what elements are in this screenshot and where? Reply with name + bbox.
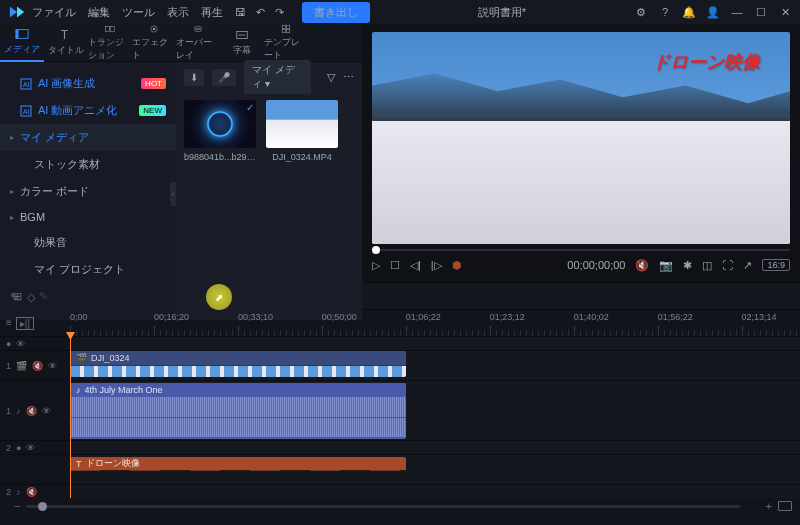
track-lock-icon[interactable]: ♪: [16, 487, 21, 497]
track-mute-icon[interactable]: 🔇: [32, 361, 43, 371]
preview-panel: ドローン映像 ▷ ☐ ◁| |▷ ⬢ 00;00;00;00 🔇 📷 ✱ ◫ ⛶…: [362, 24, 800, 282]
svg-text:T: T: [61, 28, 69, 42]
ruler-tick: 00;16;20: [154, 312, 189, 322]
tab-subtitle[interactable]: 字幕: [220, 24, 264, 62]
cursor-highlight: ⬈: [206, 284, 232, 310]
account-icon[interactable]: 👤: [706, 6, 720, 19]
minimize-icon[interactable]: ―: [730, 6, 744, 18]
import-button[interactable]: ⬇: [184, 69, 204, 86]
menu-tools[interactable]: ツール: [122, 5, 155, 20]
next-frame-icon[interactable]: |▷: [431, 259, 442, 272]
snapshot-icon[interactable]: 📷: [659, 259, 673, 272]
mute-icon[interactable]: 🔇: [635, 259, 649, 272]
notification-icon[interactable]: 🔔: [682, 6, 696, 19]
close-icon[interactable]: ✕: [778, 6, 792, 19]
track-lock-icon[interactable]: ♪: [16, 406, 21, 416]
play-icon[interactable]: ▷: [372, 259, 380, 272]
add-track-icon[interactable]: ⊞: [8, 290, 26, 303]
marker-icon[interactable]: ⬢: [452, 259, 462, 272]
tab-title[interactable]: Tタイトル: [44, 24, 88, 62]
sidebar-my-media[interactable]: マイ メディア: [0, 124, 176, 151]
track-lock-icon[interactable]: 🎬: [16, 361, 27, 371]
aspect-ratio[interactable]: 16:9: [762, 259, 790, 271]
stop-icon[interactable]: ☐: [390, 259, 400, 272]
track-mute-icon[interactable]: 🔇: [26, 487, 37, 497]
undo-icon[interactable]: ↶: [256, 6, 265, 19]
save-icon[interactable]: 🖫: [235, 6, 246, 18]
text-track[interactable]: Tドローン映像: [70, 455, 800, 484]
tab-overlay[interactable]: オーバーレイ: [176, 24, 220, 62]
record-button[interactable]: 🎤: [212, 69, 236, 86]
track-record-icon[interactable]: ●: [16, 443, 21, 453]
quality-icon[interactable]: ✱: [683, 259, 692, 272]
tab-media[interactable]: メディア: [0, 24, 44, 62]
video-clip[interactable]: 🎬DJI_0324: [70, 351, 406, 377]
popout-icon[interactable]: ↗: [743, 259, 752, 272]
track-visible-icon[interactable]: 👁: [26, 443, 35, 453]
sidebar-ai-anim[interactable]: AIAI 動画アニメ化NEW: [0, 97, 176, 124]
sidebar-bgm[interactable]: BGM: [0, 205, 176, 229]
collapse-handle[interactable]: ‹: [170, 182, 176, 206]
ruler-tick: 02;13;14: [742, 312, 777, 322]
track-visible-icon[interactable]: 👁: [42, 406, 51, 416]
svg-text:AI: AI: [23, 108, 30, 115]
menu-view[interactable]: 表示: [167, 5, 189, 20]
svg-text:AI: AI: [23, 81, 30, 88]
zoom-out-icon[interactable]: −: [8, 500, 26, 512]
sidebar-my-project[interactable]: マイ プロジェクト: [0, 256, 176, 283]
menu-edit[interactable]: 編集: [88, 5, 110, 20]
menu-play[interactable]: 再生: [201, 5, 223, 20]
zoom-in-icon[interactable]: +: [760, 500, 778, 512]
maximize-icon[interactable]: ☐: [754, 6, 768, 19]
prev-frame-icon[interactable]: ◁|: [410, 259, 421, 272]
compare-icon[interactable]: ◫: [702, 259, 712, 272]
sidebar-stock[interactable]: ストック素材: [0, 151, 176, 178]
media-item-video[interactable]: DJI_0324.MP4: [266, 100, 338, 162]
more-icon[interactable]: ⋯: [343, 71, 354, 84]
media-item-audio[interactable]: ✓ b988041b...b29b...: [184, 100, 256, 162]
media-filter-dropdown[interactable]: マイ メディ ▾: [244, 60, 311, 94]
track-spacer[interactable]: [70, 337, 800, 350]
timeline-ruler[interactable]: 0;00 00;16;20 00;33;10 00;50;00 01;06;22…: [70, 310, 800, 336]
audio-track[interactable]: ♪4th July March One: [70, 381, 800, 440]
ruler-tick: 00;50;00: [322, 312, 357, 322]
zoom-slider[interactable]: [26, 505, 739, 508]
track-number: 2: [6, 443, 11, 453]
redo-icon[interactable]: ↷: [275, 6, 284, 19]
audio-track-2[interactable]: [70, 485, 800, 498]
tab-transition[interactable]: トランジション: [88, 24, 132, 62]
preview-canvas[interactable]: ドローン映像: [372, 32, 790, 244]
svg-rect-4: [111, 26, 115, 31]
ruler-tick: 01;40;02: [574, 312, 609, 322]
sidebar-sfx[interactable]: 効果音: [0, 229, 176, 256]
track-visible-icon[interactable]: 👁: [16, 339, 25, 349]
edit-icon[interactable]: ✎: [34, 290, 52, 303]
svg-rect-14: [287, 29, 290, 32]
app-logo: [8, 4, 26, 20]
clip-icon: 🎬: [76, 353, 87, 363]
track-mute-icon[interactable]: 🔇: [26, 406, 37, 416]
sidebar-color-board[interactable]: カラー ボード: [0, 178, 176, 205]
audio-clip[interactable]: ♪4th July March One: [70, 383, 406, 439]
fullscreen-icon[interactable]: ⛶: [722, 259, 733, 271]
sidebar-ai-image[interactable]: AIAI 画像生成HOT: [0, 70, 176, 97]
preview-progress[interactable]: [372, 248, 790, 252]
zoom-fit-icon[interactable]: [778, 501, 792, 511]
tab-template[interactable]: テンプレート: [264, 24, 308, 62]
track-spacer[interactable]: [70, 441, 800, 454]
settings-icon[interactable]: ⚙: [634, 6, 648, 19]
video-track[interactable]: 🎬DJI_0324: [70, 351, 800, 380]
svg-point-7: [194, 26, 202, 29]
track-options-icon[interactable]: ≡: [6, 317, 12, 330]
export-button[interactable]: 書き出し: [302, 2, 370, 23]
help-icon[interactable]: ?: [658, 6, 672, 18]
tab-effect[interactable]: エフェクト: [132, 24, 176, 62]
text-clip[interactable]: Tドローン映像: [70, 457, 406, 471]
window-controls: ⚙ ? 🔔 👤 ― ☐ ✕: [634, 6, 792, 19]
track-visible-icon[interactable]: 👁: [48, 361, 57, 371]
filter-icon[interactable]: ▽: [327, 71, 335, 84]
track-record-icon[interactable]: ●: [6, 339, 11, 349]
snap-icon[interactable]: ▸||: [16, 317, 34, 330]
menu-file[interactable]: ファイル: [32, 5, 76, 20]
panel-tabs: メディア Tタイトル トランジション エフェクト オーバーレイ 字幕 テンプレー…: [0, 24, 362, 62]
